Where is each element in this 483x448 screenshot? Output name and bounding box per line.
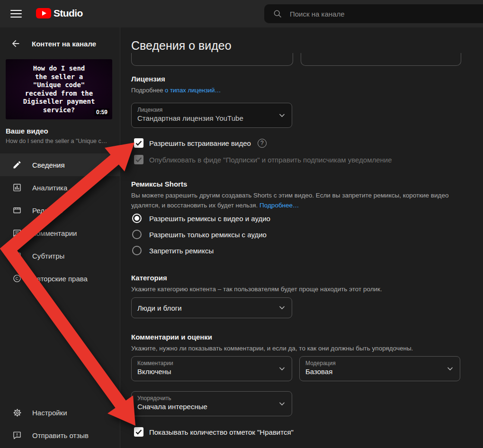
sidebar-item-label: Аналитика [32, 184, 67, 192]
comments-dropdown[interactable]: Комментарии Включены [131, 356, 292, 381]
sidebar-item-comments[interactable]: Комментарии [0, 222, 120, 244]
sidebar-item-label: Редактор [32, 206, 63, 215]
page-title: Сведения о видео [131, 39, 232, 53]
help-icon[interactable]: ? [258, 139, 267, 148]
comments-description: Укажите, нужно ли показывать комментарии… [131, 343, 463, 353]
category-heading: Категория [131, 274, 167, 282]
category-dropdown[interactable]: Люди и блоги [131, 297, 292, 318]
comments-dropdown-value: Включены [137, 367, 292, 376]
subscribers-checkbox [134, 155, 143, 164]
sidebar-item-subtitles[interactable]: Субтитры [0, 244, 120, 267]
radio-icon [132, 246, 142, 255]
chevron-down-icon [447, 367, 453, 371]
thumbnail-text-line: How do I send [23, 64, 95, 73]
sidebar-item-feedback[interactable]: Отправить отзыв [0, 424, 120, 447]
back-arrow-icon [10, 38, 21, 49]
comments-icon [11, 227, 23, 239]
video-thumbnail: How do I send the seller a "Unique code"… [6, 59, 112, 119]
comments-heading: Комментарии и оценки [131, 333, 212, 341]
sidebar-item-label: Настройки [32, 409, 67, 417]
remix-more-link[interactable]: Подробнее… [259, 202, 299, 209]
embed-checkbox-row: Разрешить встраивание видео ? [134, 138, 267, 148]
chevron-down-icon [279, 113, 285, 117]
license-heading: Лицензия [131, 75, 165, 83]
field-cut-off[interactable] [301, 53, 461, 66]
comments-dropdown-label: Комментарии [137, 360, 292, 367]
license-types-link[interactable]: о типах лицензий… [165, 87, 221, 94]
back-label: Контент на канале [32, 40, 96, 48]
remix-option-disallow[interactable]: Запретить ремиксы [132, 242, 214, 259]
video-duration-badge: 0:59 [94, 108, 109, 116]
embed-checkbox-label: Разрешить встраивание видео [149, 139, 251, 147]
editor-icon [11, 205, 23, 216]
remix-option-video-audio[interactable]: Разрешить ремиксы с видео и аудио [132, 210, 270, 226]
video-details-panel: Сведения о видео Лицензия Подробнее о ти… [120, 27, 483, 448]
sort-dropdown[interactable]: Упорядочить Сначала интересные [131, 391, 292, 416]
channel-search-bar[interactable] [264, 4, 483, 23]
thumbnail-text-line: the seller a [23, 73, 95, 81]
moderation-dropdown-value: Базовая [305, 367, 460, 376]
video-title: How do I send the seller a "Unique c… [6, 138, 107, 144]
chevron-down-icon [279, 306, 285, 310]
license-dropdown-label: Лицензия [137, 107, 292, 113]
check-icon [135, 429, 142, 435]
likes-checkbox-label: Показывать количество отметок "Нравится" [149, 428, 294, 436]
thumbnail-text-line: service? [23, 106, 95, 115]
remix-heading: Ремиксы Shorts [131, 180, 187, 188]
license-dropdown-value: Стандартная лицензия YouTube [137, 114, 292, 122]
subscribers-checkbox-label: Опубликовать в фиде "Подписки" и отправи… [149, 156, 392, 164]
copyright-icon: C [11, 273, 23, 284]
sidebar-item-label: Авторские права [32, 275, 88, 283]
chevron-down-icon [279, 367, 285, 371]
radio-label: Разрешить ремиксы с видео и аудио [149, 215, 270, 223]
subscribers-checkbox-row: Опубликовать в фиде "Подписки" и отправи… [134, 155, 392, 164]
sidebar-item-analytics[interactable]: Аналитика [0, 176, 120, 199]
thumbnail-text-line: received from the [23, 90, 95, 98]
category-description: Укажите категорию контента – так пользов… [131, 284, 463, 294]
category-dropdown-value: Люди и блоги [137, 304, 182, 312]
remix-option-audio-only[interactable]: Разрешить только ремиксы с аудио [132, 226, 267, 242]
likes-checkbox[interactable] [134, 427, 143, 437]
pencil-icon [11, 159, 23, 170]
sidebar-item-settings[interactable]: Настройки [0, 401, 120, 424]
radio-label: Запретить ремиксы [149, 247, 214, 255]
remix-description: Вы можете разрешить другим создавать Sho… [131, 190, 453, 210]
feedback-icon [11, 430, 23, 441]
sidebar-item-details[interactable]: Сведения [0, 153, 120, 176]
sidebar-item-label: Отправить отзыв [32, 431, 89, 439]
sidebar-nav: Сведения Аналитика Редактор Комментарии [0, 153, 120, 290]
embed-checkbox[interactable] [134, 138, 143, 148]
youtube-play-icon [36, 8, 51, 18]
license-more-prefix: Подробнее [131, 87, 163, 94]
thumbnail-text-line: "Unique code" [23, 81, 95, 90]
chevron-down-icon [279, 402, 285, 406]
analytics-icon [11, 182, 23, 193]
youtube-studio-window: Studio Контент на канале How do I send t… [0, 0, 483, 448]
check-icon [135, 157, 142, 162]
sidebar-item-copyright[interactable]: C Авторские права [0, 267, 120, 290]
svg-text:C: C [16, 276, 18, 281]
moderation-dropdown-label: Модерация [305, 360, 460, 367]
sort-dropdown-value: Сначала интересные [137, 403, 292, 411]
sort-dropdown-label: Упорядочить [137, 395, 292, 402]
radio-selected-icon [132, 214, 142, 223]
thumbnail-text-line: Digiseller payment [23, 98, 95, 106]
likes-checkbox-row: Показывать количество отметок "Нравится" [134, 427, 294, 437]
studio-logo[interactable]: Studio [36, 8, 83, 19]
hamburger-menu-icon[interactable] [10, 8, 22, 19]
sidebar-item-editor[interactable]: Редактор [0, 199, 120, 222]
moderation-dropdown[interactable]: Модерация Базовая [299, 356, 460, 381]
back-to-channel-content[interactable]: Контент на канале [10, 37, 96, 50]
search-input[interactable] [289, 9, 452, 18]
top-bar: Studio [0, 0, 483, 27]
sidebar-item-label: Комментарии [32, 229, 77, 237]
title-field-cut-off[interactable] [131, 53, 293, 66]
radio-label: Разрешить только ремиксы с аудио [149, 231, 267, 239]
radio-icon [132, 230, 142, 239]
sidebar: Контент на канале How do I send the sell… [0, 27, 120, 448]
gear-icon [11, 407, 23, 418]
subtitles-icon [11, 250, 23, 261]
check-icon [135, 140, 142, 146]
license-dropdown[interactable]: Лицензия Стандартная лицензия YouTube [131, 103, 292, 128]
your-video-label: Ваше видео [6, 127, 48, 135]
